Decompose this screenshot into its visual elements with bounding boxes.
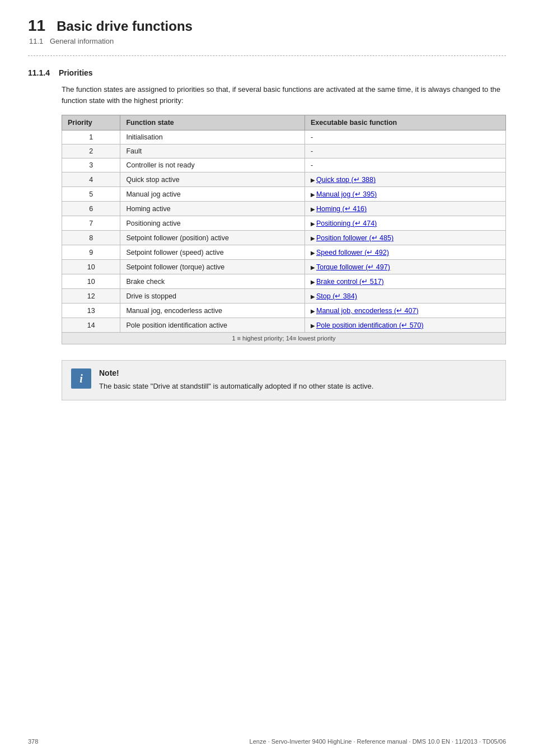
- cell-priority: 9: [62, 245, 120, 260]
- cell-function-state: Manual jog, encoderless active: [120, 304, 305, 318]
- cell-priority: 4: [62, 172, 120, 187]
- cell-function-state: Initialisation: [120, 130, 305, 144]
- col-priority: Priority: [62, 115, 120, 130]
- cell-priority: 14: [62, 318, 120, 333]
- cell-priority: 8: [62, 231, 120, 245]
- table-row: 13Manual jog, encoderless active▶Manual …: [62, 304, 506, 318]
- cell-executable[interactable]: ▶Manual job, encoderless (↵ 407): [305, 304, 506, 318]
- cell-executable[interactable]: ▶Pole position identification (↵ 570): [305, 318, 506, 333]
- cell-priority: 3: [62, 158, 120, 172]
- cell-priority: 12: [62, 289, 120, 304]
- section-header: 11.1 General information: [28, 37, 506, 45]
- table-row: 3Controller is not ready-: [62, 158, 506, 172]
- table-row: 7Positioning active▶Positioning (↵ 474): [62, 216, 506, 231]
- cell-function-state: Pole position identification active: [120, 318, 305, 333]
- cell-executable[interactable]: ▶Positioning (↵ 474): [305, 216, 506, 231]
- cell-executable[interactable]: ▶Position follower (↵ 485): [305, 231, 506, 245]
- cell-function-state: Homing active: [120, 202, 305, 216]
- priorities-table-container: Priority Function state Executable basic…: [28, 115, 506, 344]
- cell-priority: 5: [62, 187, 120, 202]
- note-title: Note!: [99, 368, 496, 377]
- table-row: 1Initialisation-: [62, 130, 506, 144]
- table-row: 10Setpoint follower (torque) active▶Torq…: [62, 260, 506, 274]
- note-box: i Note! The basic state "Drive at stands…: [62, 360, 506, 400]
- cell-priority: 2: [62, 144, 120, 158]
- chapter-header: 11 Basic drive functions: [28, 17, 506, 35]
- cell-executable[interactable]: ▶Stop (↵ 384): [305, 289, 506, 304]
- cell-executable[interactable]: ▶Manual jog (↵ 395): [305, 187, 506, 202]
- page-footer: 378 Lenze · Servo-Inverter 9400 HighLine…: [0, 738, 534, 745]
- section-title: General information: [50, 37, 114, 45]
- cell-function-state: Manual jog active: [120, 187, 305, 202]
- cell-function-state: Drive is stopped: [120, 289, 305, 304]
- table-row: 12Drive is stopped▶Stop (↵ 384): [62, 289, 506, 304]
- cell-function-state: Brake check: [120, 274, 305, 289]
- table-row: 9Setpoint follower (speed) active▶Speed …: [62, 245, 506, 260]
- table-row: 10Brake check▶Brake control (↵ 517): [62, 274, 506, 289]
- table-row: 5Manual jog active▶Manual jog (↵ 395): [62, 187, 506, 202]
- cell-executable[interactable]: ▶Brake control (↵ 517): [305, 274, 506, 289]
- table-row: 8Setpoint follower (position) active▶Pos…: [62, 231, 506, 245]
- cell-executable[interactable]: ▶Torque follower (↵ 497): [305, 260, 506, 274]
- chapter-title: Basic drive functions: [57, 18, 193, 34]
- table-row: 6Homing active▶Homing (↵ 416): [62, 202, 506, 216]
- cell-executable: -: [305, 158, 506, 172]
- footer-info: Lenze · Servo-Inverter 9400 HighLine · R…: [250, 738, 506, 745]
- cell-function-state: Controller is not ready: [120, 158, 305, 172]
- cell-function-state: Positioning active: [120, 216, 305, 231]
- cell-function-state: Setpoint follower (position) active: [120, 231, 305, 245]
- cell-function-state: Setpoint follower (torque) active: [120, 260, 305, 274]
- section-number: 11.1: [29, 37, 43, 45]
- cell-priority: 1: [62, 130, 120, 144]
- cell-priority: 10: [62, 274, 120, 289]
- priorities-table: Priority Function state Executable basic…: [62, 115, 506, 344]
- table-footer-note: 1 ≡ highest priority; 14≡ lowest priorit…: [62, 333, 506, 344]
- table-row: 4Quick stop active▶Quick stop (↵ 388): [62, 172, 506, 187]
- cell-executable[interactable]: ▶Speed follower (↵ 492): [305, 245, 506, 260]
- cell-priority: 7: [62, 216, 120, 231]
- table-footer-row: 1 ≡ highest priority; 14≡ lowest priorit…: [62, 333, 506, 344]
- note-content: Note! The basic state "Drive at standsti…: [99, 368, 496, 392]
- subsection-heading: Priorities: [59, 68, 93, 77]
- col-function-state: Function state: [120, 115, 305, 130]
- table-row: 14Pole position identification active▶Po…: [62, 318, 506, 333]
- page-number: 378: [28, 738, 38, 745]
- subsection-number: 11.1.4: [28, 68, 50, 77]
- cell-function-state: Setpoint follower (speed) active: [120, 245, 305, 260]
- intro-paragraph: The function states are assigned to prio…: [28, 84, 506, 106]
- subsection-title: 11.1.4 Priorities: [28, 68, 506, 77]
- chapter-number: 11: [28, 17, 45, 35]
- cell-priority: 10: [62, 260, 120, 274]
- section-divider: [28, 55, 506, 56]
- cell-executable: -: [305, 130, 506, 144]
- table-header-row: Priority Function state Executable basic…: [62, 115, 506, 130]
- col-executable: Executable basic function: [305, 115, 506, 130]
- cell-executable[interactable]: ▶Homing (↵ 416): [305, 202, 506, 216]
- cell-executable: -: [305, 144, 506, 158]
- cell-function-state: Quick stop active: [120, 172, 305, 187]
- note-text: The basic state "Drive at standstill" is…: [99, 381, 496, 392]
- note-icon: i: [71, 368, 91, 389]
- cell-function-state: Fault: [120, 144, 305, 158]
- cell-executable[interactable]: ▶Quick stop (↵ 388): [305, 172, 506, 187]
- cell-priority: 6: [62, 202, 120, 216]
- cell-priority: 13: [62, 304, 120, 318]
- table-row: 2Fault-: [62, 144, 506, 158]
